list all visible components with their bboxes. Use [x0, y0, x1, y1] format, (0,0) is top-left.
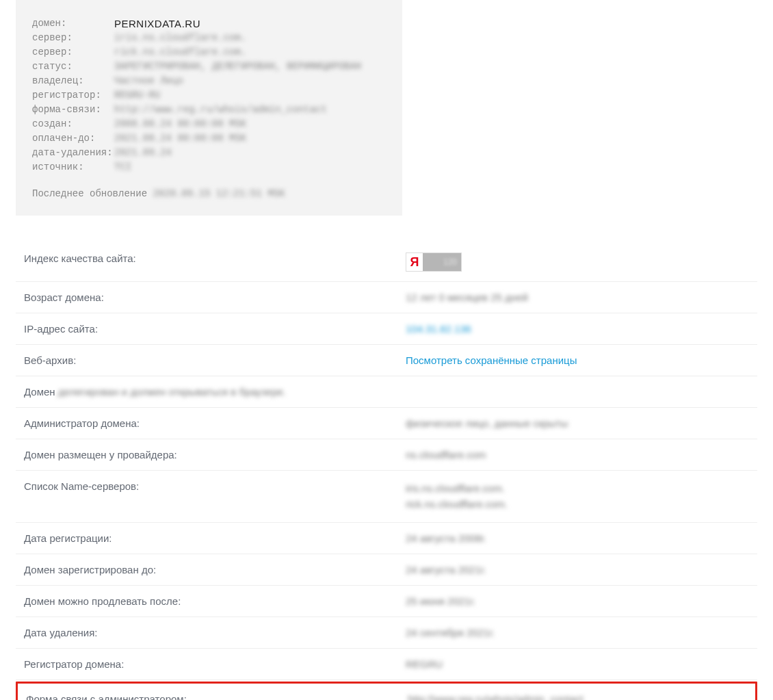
- whois-row: владелец:Частное Лицо: [32, 74, 386, 88]
- whois-label: оплачен-до:: [32, 131, 114, 146]
- row-delete-date: Дата удаления: 24 сентября 2021г.: [16, 617, 757, 649]
- whois-label: сервер:: [32, 31, 114, 45]
- label-name-servers: Список Name-серверов:: [24, 480, 406, 513]
- value-reg-date: 24 августа 2008г.: [406, 532, 749, 544]
- whois-row: дата-удаления:2021.09.24: [32, 146, 386, 160]
- whois-last-update: Последнее обновление 2020.09.15 12:21:51…: [32, 188, 386, 199]
- ns-value-2: rick.ns.cloudflare.com.: [406, 496, 749, 512]
- label-registrar: Регистратор домена:: [24, 658, 406, 670]
- value-name-servers: iris.ns.cloudflare.com. rick.ns.cloudfla…: [406, 480, 749, 513]
- row-web-archive: Веб-архив: Посмотреть сохранённые страни…: [16, 345, 757, 376]
- value-delete-date: 24 сентября 2021г.: [406, 627, 749, 638]
- row-registrar: Регистратор домена: REGRU: [16, 649, 757, 680]
- whois-row: регистратор:REGRU-RU: [32, 88, 386, 103]
- whois-value: iris.ns.cloudflare.com.: [114, 31, 246, 45]
- whois-label: дата-удаления:: [32, 146, 114, 160]
- whois-row: источник:TCI: [32, 160, 386, 174]
- value-reg-until: 24 августа 2021г.: [406, 564, 749, 575]
- label-yandex-quality: Индекс качества сайта:: [24, 252, 406, 272]
- domain-info-table: Индекс качества сайта: Я 120 Возраст дом…: [16, 243, 757, 700]
- whois-value: rick.ns.cloudflare.com.: [114, 45, 246, 60]
- whois-row: статус:ЗАРЕГИСТРИРОВАН, ДЕЛЕГИРОВАН, ВЕР…: [32, 60, 386, 74]
- label-admin: Администратор домена:: [24, 417, 406, 429]
- whois-value: 2021.09.24: [114, 146, 172, 160]
- link-web-archive[interactable]: Посмотреть сохранённые страницы: [406, 354, 749, 366]
- whois-row: домен:PERNIXDATA.RU: [32, 16, 386, 31]
- whois-value: ЗАРЕГИСТРИРОВАН, ДЕЛЕГИРОВАН, ВЕРИФИЦИРО…: [114, 60, 361, 74]
- label-admin-contact-form: Форма связи с администратором:: [26, 693, 408, 701]
- row-name-servers: Список Name-серверов: iris.ns.cloudflare…: [16, 471, 757, 523]
- whois-footer-prefix: Последнее обновление: [32, 188, 153, 199]
- row-domain-status: Домен делегирован и должен открываться в…: [16, 376, 757, 408]
- label-delete-date: Дата удаления:: [24, 627, 406, 638]
- yandex-y-icon: Я: [406, 253, 423, 271]
- whois-value: PERNIXDATA.RU: [114, 16, 200, 31]
- value-admin: физическое лицо, данные скрыты: [406, 417, 749, 429]
- ns-value-1: iris.ns.cloudflare.com.: [406, 480, 749, 496]
- row-admin: Администратор домена: физическое лицо, д…: [16, 408, 757, 439]
- whois-label: источник:: [32, 160, 114, 174]
- whois-value: Частное Лицо: [114, 74, 183, 88]
- label-provider: Домен размещен у провайдера:: [24, 449, 406, 461]
- whois-label: статус:: [32, 60, 114, 74]
- whois-value: 2021.08.24 00:00:00 MSK: [114, 131, 246, 146]
- value-ip-address[interactable]: 104.31.82.136: [406, 323, 749, 335]
- whois-row: создан:2008.08.24 00:00:00 MSK: [32, 117, 386, 131]
- value-domain-age: 12 лет 0 месяцев 25 дней: [406, 291, 749, 303]
- row-ip-address: IP-адрес сайта: 104.31.82.136: [16, 313, 757, 345]
- label-reg-until: Домен зарегистрирован до:: [24, 564, 406, 575]
- label-domain-age: Возраст домена:: [24, 291, 406, 303]
- value-provider: ns.cloudflare.com: [406, 449, 749, 461]
- whois-label: создан:: [32, 117, 114, 131]
- row-reg-until: Домен зарегистрирован до: 24 августа 202…: [16, 554, 757, 586]
- whois-row: сервер:iris.ns.cloudflare.com.: [32, 31, 386, 45]
- whois-label: сервер:: [32, 45, 114, 60]
- row-provider: Домен размещен у провайдера: ns.cloudfla…: [16, 439, 757, 471]
- row-reg-date: Дата регистрации: 24 августа 2008г.: [16, 523, 757, 554]
- value-renew-after: 25 июня 2021г.: [406, 595, 749, 607]
- yandex-value: 120: [443, 257, 457, 267]
- value-admin-contact-form: http://www.reg.ru/whois/admin_contact: [408, 693, 747, 701]
- whois-value: 2008.08.24 00:00:00 MSK: [114, 117, 246, 131]
- label-ip-address: IP-адрес сайта:: [24, 323, 406, 335]
- whois-row: сервер:rick.ns.cloudflare.com.: [32, 45, 386, 60]
- whois-footer-value: 2020.09.15 12:21:51 MSK: [153, 188, 285, 199]
- label-renew-after: Домен можно продлевать после:: [24, 595, 406, 607]
- label-reg-date: Дата регистрации:: [24, 532, 406, 544]
- whois-label: регистратор:: [32, 88, 114, 103]
- whois-label: форма-связи:: [32, 103, 114, 117]
- value-registrar: REGRU: [406, 658, 749, 670]
- domain-status-prefix: Домен: [24, 386, 58, 398]
- whois-label: домен:: [32, 16, 114, 31]
- whois-block: домен:PERNIXDATA.RUсервер:iris.ns.cloudf…: [16, 0, 402, 216]
- whois-row: форма-связи:http://www.reg.ru/whois/admi…: [32, 103, 386, 117]
- row-yandex-quality: Индекс качества сайта: Я 120: [16, 243, 757, 282]
- whois-label: владелец:: [32, 74, 114, 88]
- row-domain-age: Возраст домена: 12 лет 0 месяцев 25 дней: [16, 282, 757, 313]
- yandex-bar: 120: [423, 253, 461, 271]
- whois-value: REGRU-RU: [114, 88, 160, 103]
- row-admin-contact-form: Форма связи с администратором: http://ww…: [16, 682, 757, 701]
- whois-row: оплачен-до:2021.08.24 00:00:00 MSK: [32, 131, 386, 146]
- yandex-badge[interactable]: Я 120: [406, 252, 462, 272]
- domain-status-value: делегирован и должен открываться в брауз…: [58, 386, 286, 398]
- whois-value: TCI: [114, 160, 131, 174]
- label-web-archive: Веб-архив:: [24, 354, 406, 366]
- value-yandex-quality: Я 120: [406, 252, 749, 272]
- row-renew-after: Домен можно продлевать после: 25 июня 20…: [16, 586, 757, 617]
- whois-value: http://www.reg.ru/whois/admin_contact: [114, 103, 327, 117]
